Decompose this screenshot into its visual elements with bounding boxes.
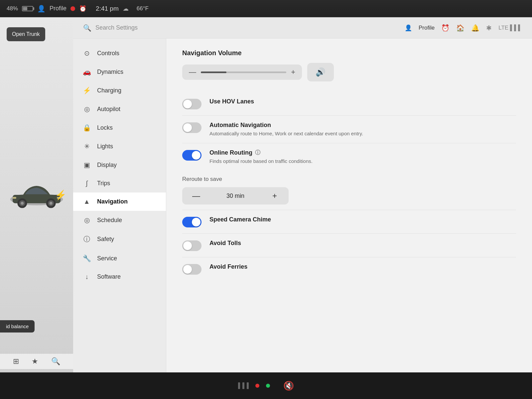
toggle-knob-hov-lanes bbox=[183, 100, 192, 108]
setting-label-avoid-tolls: Avoid Tolls bbox=[209, 240, 516, 247]
temperature: 66°F bbox=[137, 5, 149, 12]
header-home-icon[interactable]: 🏠 bbox=[456, 24, 465, 32]
favorite-icon[interactable]: ★ bbox=[32, 357, 38, 366]
reroute-stepper: — 30 min + bbox=[182, 187, 289, 204]
reroute-section: Reroute to save — 30 min + bbox=[182, 171, 516, 210]
profile-person-icon: 👤 bbox=[405, 24, 412, 32]
setting-desc-auto-nav: Automatically route to Home, Work or nex… bbox=[209, 130, 516, 137]
setting-text-auto-nav: Automatic Navigation Automatically route… bbox=[209, 122, 516, 137]
sidebar-label-navigation: Navigation bbox=[97, 198, 128, 205]
sidebar-item-lights[interactable]: ✳ Lights bbox=[73, 137, 166, 156]
weather-icon: ☁ bbox=[123, 5, 129, 12]
toggle-wrap-online-routing bbox=[182, 149, 201, 161]
sidebar-label-autopilot: Autopilot bbox=[97, 106, 120, 113]
toggle-hov-lanes[interactable] bbox=[182, 99, 201, 109]
toggle-wrap-auto-nav bbox=[182, 122, 201, 133]
toggle-online-routing[interactable] bbox=[182, 150, 201, 161]
sidebar-item-service[interactable]: 🔧 Service bbox=[73, 249, 166, 268]
toggle-auto-nav[interactable] bbox=[182, 122, 201, 133]
setting-text-speed-camera: Speed Camera Chime bbox=[209, 216, 516, 223]
sidebar-item-dynamics[interactable]: 🚗 Dynamics bbox=[73, 63, 166, 81]
sidebar: ⊙ Controls 🚗 Dynamics ⚡ Charging ◎ Autop… bbox=[73, 39, 166, 372]
sidebar-label-trips: Trips bbox=[97, 180, 110, 187]
setting-row-avoid-tolls: Avoid Tolls bbox=[182, 234, 516, 257]
toggle-knob-auto-nav bbox=[183, 123, 192, 132]
sidebar-label-schedule: Schedule bbox=[97, 217, 122, 224]
info-icon[interactable]: ⓘ bbox=[255, 149, 260, 156]
setting-text-online-routing: Online Routing ⓘ Finds optimal route bas… bbox=[209, 149, 516, 165]
sidebar-item-controls[interactable]: ⊙ Controls bbox=[73, 44, 166, 63]
setting-row-avoid-ferries: Avoid Ferries bbox=[182, 257, 516, 281]
volume-slider-container: — + bbox=[182, 65, 302, 80]
header-alarm-icon[interactable]: ⏰ bbox=[441, 24, 450, 32]
sidebar-icon-schedule: ◎ bbox=[82, 216, 91, 224]
battery-icon bbox=[22, 6, 33, 11]
svg-rect-8 bbox=[13, 197, 16, 199]
balance-button[interactable]: id balance bbox=[0, 320, 35, 332]
search-bottom-icon[interactable]: 🔍 bbox=[51, 357, 60, 366]
sidebar-label-safety: Safety bbox=[97, 236, 114, 243]
reroute-label: Reroute to save bbox=[182, 176, 516, 183]
sidebar-item-locks[interactable]: 🔒 Locks bbox=[73, 118, 166, 137]
sidebar-item-navigation[interactable]: ▲ Navigation bbox=[73, 193, 166, 211]
setting-label-speed-camera: Speed Camera Chime bbox=[209, 216, 516, 223]
sidebar-label-display: Display bbox=[97, 162, 117, 169]
sidebar-icon-trips: ∫ bbox=[82, 180, 91, 187]
speaker-icon: 🔊 bbox=[316, 67, 326, 77]
setting-row-hov-lanes: Use HOV Lanes bbox=[182, 92, 516, 116]
status-bar: 48% 👤 Profile ⏰ 2:41 pm ☁ 66°F bbox=[0, 0, 532, 17]
toggle-wrap-avoid-ferries bbox=[182, 263, 201, 275]
volume-minus-button[interactable]: — bbox=[189, 68, 196, 76]
taskbar-red-dot bbox=[255, 384, 259, 388]
header-bluetooth-icon[interactable]: ✱ bbox=[486, 24, 492, 32]
settings-group-2: Speed Camera Chime Avoid Tolls Avoid Fer… bbox=[182, 210, 516, 281]
open-trunk-button[interactable]: Open Trunk bbox=[7, 27, 45, 41]
sidebar-item-charging[interactable]: ⚡ Charging bbox=[73, 81, 166, 100]
volume-slider-fill bbox=[201, 71, 226, 73]
taskbar-mute-button[interactable]: 🔇 bbox=[283, 381, 294, 391]
toggle-avoid-ferries[interactable] bbox=[182, 264, 201, 275]
setting-row-auto-nav: Automatic Navigation Automatically route… bbox=[182, 116, 516, 143]
sidebar-icon-software: ↓ bbox=[82, 273, 91, 281]
sidebar-item-trips[interactable]: ∫ Trips bbox=[73, 174, 166, 193]
sidebar-item-schedule[interactable]: ◎ Schedule bbox=[73, 211, 166, 229]
sidebar-label-lights: Lights bbox=[97, 143, 113, 150]
status-left: 48% 👤 Profile ⏰ 2:41 pm ☁ 66°F bbox=[7, 5, 149, 13]
header-profile-label[interactable]: Profile bbox=[419, 25, 435, 31]
battery-percentage: 48% bbox=[7, 5, 18, 12]
taskbar-media bbox=[238, 382, 270, 389]
svg-point-7 bbox=[50, 202, 53, 205]
toggle-avoid-tolls[interactable] bbox=[182, 240, 201, 251]
sidebar-item-display[interactable]: ▣ Display bbox=[73, 156, 166, 174]
sidebar-label-locks: Locks bbox=[97, 124, 113, 131]
status-profile-label: Profile bbox=[50, 5, 66, 12]
alarm-icon: ⏰ bbox=[79, 5, 86, 12]
header-notifications-icon[interactable]: 🔔 bbox=[471, 24, 479, 32]
battery-fill bbox=[23, 7, 27, 10]
toggle-speed-camera[interactable] bbox=[182, 217, 201, 227]
sidebar-item-software[interactable]: ↓ Software bbox=[73, 268, 166, 286]
volume-speaker-button[interactable]: 🔊 bbox=[307, 63, 334, 81]
sidebar-item-safety[interactable]: ⓘ Safety bbox=[73, 229, 166, 249]
reroute-minus-button[interactable]: — bbox=[190, 191, 202, 200]
main-content: ⊙ Controls 🚗 Dynamics ⚡ Charging ◎ Autop… bbox=[73, 39, 532, 372]
reroute-value: 30 min bbox=[202, 193, 269, 200]
reroute-plus-button[interactable]: + bbox=[269, 191, 281, 200]
header-icons: 👤 Profile ⏰ 🏠 🔔 ✱ LTE ▌▌▌ bbox=[405, 24, 522, 32]
toggle-knob-online-routing bbox=[192, 151, 200, 160]
setting-label-hov-lanes: Use HOV Lanes bbox=[209, 98, 516, 105]
setting-label-online-routing: Online Routing ⓘ bbox=[209, 149, 516, 156]
setting-label-avoid-ferries: Avoid Ferries bbox=[209, 263, 516, 270]
equalizer-icon[interactable]: ⊞ bbox=[13, 357, 19, 366]
setting-row-online-routing: Online Routing ⓘ Finds optimal route bas… bbox=[182, 143, 516, 171]
status-time: 2:41 pm bbox=[96, 5, 119, 12]
sidebar-item-autopilot[interactable]: ◎ Autopilot bbox=[73, 100, 166, 118]
search-input[interactable]: Search Settings bbox=[95, 24, 138, 31]
sidebar-icon-safety: ⓘ bbox=[82, 235, 91, 244]
sidebar-label-software: Software bbox=[97, 273, 121, 280]
volume-slider-track[interactable] bbox=[201, 71, 286, 73]
setting-label-auto-nav: Automatic Navigation bbox=[209, 122, 516, 129]
header-signal-icon: LTE ▌▌▌ bbox=[498, 25, 522, 31]
toggle-wrap-hov-lanes bbox=[182, 98, 201, 109]
volume-plus-button[interactable]: + bbox=[291, 68, 295, 76]
